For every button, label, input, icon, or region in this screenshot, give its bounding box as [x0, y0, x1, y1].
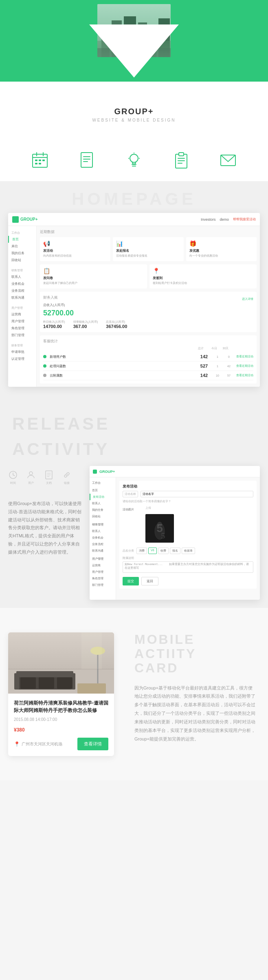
icon-mail: [219, 151, 237, 169]
dash-section-title: 近期数据: [40, 229, 257, 235]
dash-sidebar-item-dept[interactable]: 部门管理: [8, 332, 36, 339]
rel-activity-name-input[interactable]: [141, 491, 253, 497]
svg-line-36: [13, 475, 15, 476]
dash-stats-item-total: 总支出(人民币) 367456.00: [106, 320, 127, 329]
activity-card-btn[interactable]: 查看详情: [77, 738, 108, 750]
dash-main: 近期数据 📢 发活动 向内容发布的活动信息 📊 发起报名 活动报名者提供专业报名: [37, 226, 260, 387]
dash-table-link-1[interactable]: 查看近期活动: [236, 355, 253, 359]
rel-btn-submit[interactable]: 提交: [123, 577, 139, 585]
dash-table-link-2[interactable]: 查看近期活动: [236, 364, 253, 368]
rel-ticket-opt-3[interactable]: 收费: [158, 548, 169, 554]
dash-card-checkin-icon: 📍: [153, 268, 253, 274]
rel-form-row-ticket: 品名分类 消费 V6 收费 报名 收据单: [123, 548, 253, 554]
rel-sidebar-dept[interactable]: 部门管理: [90, 582, 116, 588]
rel-extra-textarea[interactable]: 如New Forest Movement... 如果需要主办方对某些文件实施作为…: [123, 561, 253, 573]
dash-sidebar-item-comms[interactable]: 联系沟通: [8, 294, 36, 301]
rel-sidebar-roles[interactable]: 角色管理: [90, 575, 116, 582]
activity-card: 荷兰阿姆斯特丹清爽系装修风格教学-邀请国际大师阿姆斯特丹手把手教你怎么装修 20…: [8, 632, 114, 756]
dash-table-name-1: 新增用户数: [50, 355, 195, 359]
dash-card-signup: 📊 发起报名 活动报名者提供专业报名: [113, 237, 183, 261]
release-icon-user-label: 用户: [28, 481, 34, 485]
rel-ticket-opt-4[interactable]: 报名: [170, 548, 180, 554]
rel-sidebar-contacts[interactable]: 联系人: [90, 500, 116, 507]
svg-rect-15: [42, 160, 45, 161]
rel-form-img: 5: [145, 514, 174, 543]
svg-rect-58: [77, 683, 106, 694]
rel-sidebar-contacts2[interactable]: 联系人: [90, 528, 116, 534]
release-icon-link-label: 链接: [64, 481, 70, 485]
svg-point-37: [29, 472, 33, 475]
table-row: 云附属数 142 10 57 查看近期活动: [43, 371, 253, 380]
rel-form: 发布活动 活动名称 请给你的活动取一个简单易懂的名字？ 活动图片: [119, 481, 257, 589]
rel-sidebar-home[interactable]: 首页: [90, 487, 116, 494]
svg-rect-53: [20, 677, 36, 689]
dash-sidebar-item-home[interactable]: 首页: [8, 236, 36, 243]
dash-header: GROUP+ Investors demo 帮帮我接受活动: [8, 213, 260, 226]
rel-sidebar-usermgmt-group: 用户管理: [90, 556, 116, 562]
rel-sidebar-proc[interactable]: 业务流程: [90, 541, 116, 548]
dash-table-name-3: 云附属数: [50, 373, 195, 378]
svg-rect-13: [35, 160, 37, 161]
dash-sidebar-item-recycle[interactable]: 回收站: [8, 257, 36, 264]
rel-sidebar-sales-group: 销售管理: [90, 521, 116, 528]
dash-sidebar-item-usermgmt[interactable]: 用户管理: [8, 318, 36, 325]
dash-stats-item-yesterday-label: 昨日收入(人民币): [43, 320, 65, 324]
dash-sidebar-item-communication[interactable]: 来往: [8, 243, 36, 250]
rel-ticket-opt-5[interactable]: 收据单: [182, 548, 195, 554]
dash-card-signup-title: 发起报名: [116, 248, 180, 253]
mobile-label-line1: MOBILE: [134, 632, 195, 647]
mobile-text-area: MOBILE ACTIITY CARD 因为Group+基于移动化平台最好的道具…: [122, 624, 268, 764]
rel-body: 工作台 首页 发布活动 联系人 我的任务 回收站 销售管理 联系人 业务机会 业…: [90, 477, 260, 600]
rel-sidebar-tasks[interactable]: 我的任务: [90, 507, 116, 513]
rel-ticket-opt-2[interactable]: V6: [148, 548, 157, 554]
dash-table-num3-2: 42: [225, 365, 233, 368]
dash-sidebar-item-operators[interactable]: 运营商: [8, 311, 36, 318]
rel-sidebar-activity[interactable]: 发布活动: [90, 494, 116, 500]
rel-ticket-opt-1[interactable]: 消费: [136, 548, 147, 554]
dash-sidebar-item-tasks[interactable]: 我的任务: [8, 250, 36, 257]
dash-sidebar-item-process[interactable]: 业务流程: [8, 287, 36, 294]
dash-table-link-3[interactable]: 查看近期活动: [236, 373, 253, 377]
svg-point-44: [157, 522, 162, 527]
dash-sidebar-item-roles[interactable]: 角色管理: [8, 325, 36, 332]
dash-card-survey-title: 发问卷: [43, 276, 144, 280]
rel-ticket-label: 品名分类: [123, 549, 134, 553]
rel-sidebar-comms2[interactable]: 联系沟通: [90, 548, 116, 554]
dash-sidebar-item-approval[interactable]: 申请审批: [8, 348, 36, 355]
icon-clipboard: [172, 151, 190, 169]
dash-card-activity-icon: 📢: [43, 240, 107, 247]
release-left: 时间 用户 文档: [8, 466, 81, 600]
dash-stats-link[interactable]: 进入详情: [242, 297, 253, 301]
rel-btn-cancel[interactable]: 返回: [141, 577, 158, 585]
release-icon-time-label: 时间: [10, 481, 16, 485]
svg-rect-54: [39, 677, 54, 689]
dash-table-num1-2: 527: [198, 364, 210, 368]
dash-stats-main-value: 52700.00: [43, 309, 253, 317]
icon-document: [78, 151, 96, 169]
release-icon-time: 时间: [8, 470, 18, 485]
dash-sidebar-group: 工作台: [8, 229, 36, 236]
release-icon-doc-label: 文档: [46, 481, 52, 485]
rel-logo-text: GROUP+: [99, 470, 115, 474]
dash-sidebar-item-cert[interactable]: 认证管理: [8, 355, 36, 362]
dash-table-header-today: 今日: [210, 346, 218, 350]
table-row: 新增用户数 142 1 0 查看近期活动: [43, 352, 253, 361]
rel-sidebar-opp[interactable]: 业务机会: [90, 534, 116, 541]
dash-card-checkin-desc: 签到给用户打卡及积分活动: [153, 281, 253, 285]
dash-header-right: Investors demo 帮帮我接受活动: [201, 217, 256, 222]
rel-sidebar-users[interactable]: 用户管理: [90, 569, 116, 575]
dash-table-num2-1: 1: [213, 355, 222, 358]
rel-sidebar-ops[interactable]: 运营商: [90, 562, 116, 569]
mobile-label-line3: CARD: [134, 661, 178, 675]
rel-img-nav-prev[interactable]: 上传: [145, 506, 151, 510]
dash-sidebar: 工作台 首页 来往 我的任务 回收站 销售管理 联系人 业务机会 业务流程 联系…: [8, 226, 37, 387]
dash-sidebar-section-users: 用户管理 运营商 用户管理 角色管理 部门管理: [8, 304, 36, 339]
dash-sidebar-section-sales: 销售管理 联系人 业务机会 业务流程 联系沟通: [8, 267, 36, 301]
dash-card-survey: 📋 发问卷 发起问卷来了解自己的用户: [40, 264, 147, 288]
release-dashboard: GROUP+ 工作台 首页 发布活动 联系人 我的任务 回收站 销售管理 联系人…: [90, 466, 260, 600]
rel-img-row: 活动图片 上传: [123, 506, 253, 545]
dash-sidebar-item-opportunities[interactable]: 业务机会: [8, 280, 36, 287]
dash-table-num2-3: 10: [213, 374, 222, 377]
dash-sidebar-item-contacts[interactable]: 联系人: [8, 273, 36, 280]
rel-sidebar-recycle[interactable]: 回收站: [90, 513, 116, 520]
